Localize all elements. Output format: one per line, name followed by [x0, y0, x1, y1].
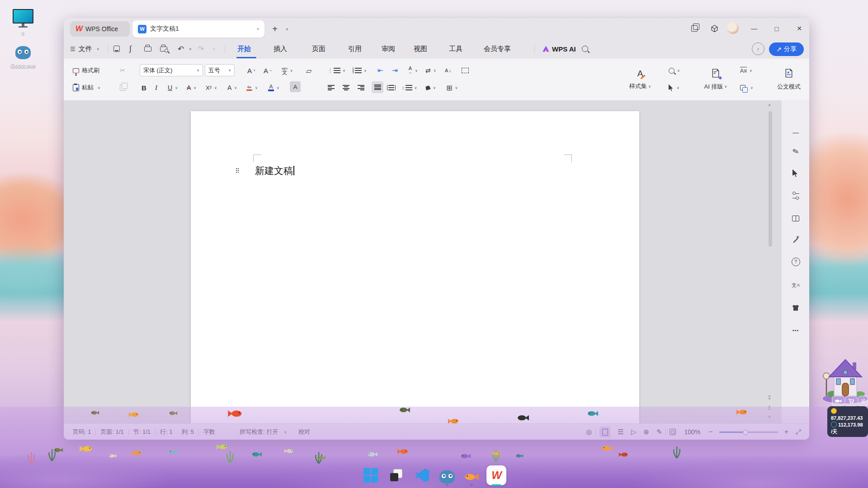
borders-button[interactable]: ⊞ ∨: [446, 81, 458, 94]
tab-home[interactable]: 开始: [237, 42, 251, 55]
decrease-indent-button[interactable]: ⇤: [377, 64, 383, 77]
taskbar-start-button[interactable]: [362, 466, 380, 484]
highlight-button[interactable]: ✎ ∨: [246, 81, 258, 94]
underline-button[interactable]: U ∨: [168, 81, 178, 94]
clear-format-button[interactable]: ▱: [306, 64, 311, 77]
cut-button[interactable]: ✂: [120, 64, 126, 77]
undo-chevron-icon[interactable]: ∨: [189, 42, 192, 55]
bold-button[interactable]: B: [142, 81, 146, 94]
print-button[interactable]: [144, 42, 151, 55]
font-size-combo[interactable]: 五号 ∨: [205, 64, 235, 76]
tab-review[interactable]: 审阅: [382, 42, 395, 55]
reading-mode-icon[interactable]: [782, 211, 809, 226]
paste-button[interactable]: 粘贴 ∨: [73, 81, 100, 94]
vertical-scrollbar[interactable]: ∧ ∧ ∨ ∨: [767, 103, 774, 423]
text-direction-button[interactable]: ⇄ ∨: [425, 64, 436, 77]
more-tools-icon[interactable]: •••: [782, 323, 809, 338]
user-avatar[interactable]: [727, 22, 739, 34]
translate-icon[interactable]: 文 A: [782, 277, 809, 293]
distribute-button[interactable]: [387, 81, 396, 94]
font-name-combo[interactable]: 宋体 (正文) ∨: [140, 64, 203, 76]
taskbar-vscode[interactable]: [413, 466, 431, 484]
italic-button[interactable]: I: [155, 81, 157, 94]
tab-member[interactable]: 会员专享: [484, 42, 511, 55]
new-tab-button[interactable]: +: [268, 22, 282, 36]
increase-font-button[interactable]: A+: [247, 64, 255, 77]
strikethrough-button[interactable]: A ∨: [187, 81, 196, 94]
game-fish-button[interactable]: [832, 396, 844, 406]
close-button[interactable]: ✕: [793, 22, 806, 35]
magic-wand-icon[interactable]: [782, 232, 809, 248]
taskbar-fish-app[interactable]: [462, 468, 481, 486]
justify-button[interactable]: [372, 81, 383, 93]
desktop-icon-godot[interactable]: Godot.exe: [5, 46, 42, 69]
tab-list-chevron-icon[interactable]: ∨: [286, 27, 288, 31]
redo-button[interactable]: ↷: [198, 42, 204, 55]
tab-tools[interactable]: 工具: [449, 42, 462, 55]
tab-page[interactable]: 页面: [312, 42, 326, 55]
font-color-button[interactable]: A ∨: [268, 81, 279, 94]
file-menu[interactable]: ☰ 文件 ∨: [70, 42, 99, 55]
find-button[interactable]: ∨: [669, 64, 680, 77]
game-shop-cart-button[interactable]: [845, 396, 858, 406]
ai-layout-button[interactable]: ◆ AI 排版 ∨: [695, 61, 736, 98]
redo-chevron-icon[interactable]: ∨: [212, 42, 215, 55]
undo-button[interactable]: ↶: [178, 42, 184, 55]
print-preview-button[interactable]: [160, 42, 168, 55]
phonetic-guide-button[interactable]: wén 文 ∨: [282, 64, 293, 77]
sort-button[interactable]: A ↓: [445, 64, 451, 77]
align-right-button[interactable]: [358, 81, 364, 94]
selection-pane-button[interactable]: ∨: [740, 81, 753, 94]
minimize-button[interactable]: —: [747, 22, 761, 35]
taskbar-godot[interactable]: [438, 468, 456, 486]
official-doc-button[interactable]: ★ 公文模式: [766, 61, 809, 98]
paragraph-drag-handle[interactable]: ⠿: [235, 167, 240, 174]
document-tab[interactable]: W 文字文稿1 •: [132, 20, 264, 38]
tab-view[interactable]: 视图: [414, 42, 427, 55]
shading-button[interactable]: ∨: [425, 81, 436, 94]
increase-indent-button[interactable]: ⇥: [392, 64, 398, 77]
align-left-button[interactable]: [328, 81, 335, 94]
style-set-button[interactable]: A 样式集 ∨: [623, 61, 658, 98]
share-button[interactable]: ↗ 分享: [769, 42, 804, 56]
text-effects-button[interactable]: A ∨: [227, 81, 237, 94]
scrollbar-thumb[interactable]: [769, 111, 772, 247]
save-button[interactable]: [113, 42, 120, 55]
bullet-list-button[interactable]: ⋮ ∨: [328, 64, 345, 77]
copy-button[interactable]: [120, 81, 126, 94]
export-button[interactable]: ∫: [129, 42, 132, 55]
collapse-sidebar-button[interactable]: —: [782, 125, 809, 140]
char-shading-button[interactable]: A: [290, 81, 301, 92]
tab-insert[interactable]: 插入: [274, 42, 287, 55]
format-painter-button[interactable]: 格式刷: [73, 64, 99, 77]
game-settings-gear-button[interactable]: [858, 396, 868, 406]
workspace-cube-icon[interactable]: [708, 22, 721, 35]
adjust-settings-icon[interactable]: [782, 188, 809, 203]
superscript-button[interactable]: X² ∨: [206, 81, 217, 94]
numbered-list-button[interactable]: 123 ∨: [352, 64, 367, 77]
select-tool-icon[interactable]: [782, 165, 809, 181]
show-marks-button[interactable]: [462, 64, 469, 77]
signature-pen-icon[interactable]: ✎: [780, 141, 809, 163]
decrease-font-button[interactable]: A−: [264, 64, 272, 77]
wps-ai-button[interactable]: WPS AI: [542, 42, 576, 55]
merge-windows-icon[interactable]: [688, 22, 701, 35]
upload-cloud-icon[interactable]: ↑: [752, 42, 764, 55]
document-text[interactable]: 新建文稿: [255, 164, 294, 177]
scroll-up-icon[interactable]: ∧: [768, 103, 771, 107]
home-tab[interactable]: W WPS Office: [70, 21, 130, 37]
skin-theme-icon[interactable]: [782, 300, 809, 315]
help-icon[interactable]: ?: [782, 254, 809, 269]
char-scale-button[interactable]: A ↔ ∨: [408, 64, 418, 77]
taskbar-wps-active[interactable]: W: [486, 465, 506, 485]
search-icon[interactable]: [582, 42, 588, 55]
desktop-icon-pc[interactable]: s: [8, 9, 38, 36]
text-typeset-button[interactable]: A≡ ∨: [740, 64, 752, 77]
tab-reference[interactable]: 引用: [348, 42, 362, 55]
maximize-button[interactable]: □: [770, 22, 783, 35]
align-center-button[interactable]: [343, 81, 349, 94]
prev-page-icon[interactable]: ∧: [768, 396, 771, 400]
taskbar-task-view[interactable]: [387, 466, 405, 484]
select-button[interactable]: ∨: [669, 81, 679, 94]
line-spacing-button[interactable]: ↕ ∨: [402, 81, 417, 94]
